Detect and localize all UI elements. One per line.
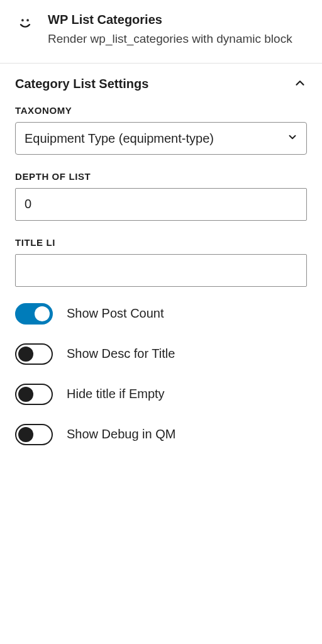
svg-point-0: [22, 19, 23, 20]
smiley-icon: [15, 14, 35, 34]
block-description: Render wp_list_categories with dynamic b…: [48, 31, 307, 48]
show-debug-in-qm-toggle[interactable]: [15, 424, 53, 445]
show-desc-for-title-row: Show Desc for Title: [15, 343, 307, 365]
show-desc-for-title-label: Show Desc for Title: [67, 347, 175, 361]
taxonomy-label: TAXONOMY: [15, 105, 307, 116]
hide-title-if-empty-toggle[interactable]: [15, 384, 53, 405]
taxonomy-select[interactable]: Equipment Type (equipment-type): [15, 122, 307, 155]
show-post-count-toggle[interactable]: [15, 303, 53, 325]
chevron-up-icon: [293, 76, 307, 92]
title-li-label: TITLE LI: [15, 237, 307, 248]
show-post-count-row: Show Post Count: [15, 303, 307, 325]
panel-toggle[interactable]: Category List Settings: [0, 64, 322, 105]
depth-input[interactable]: [15, 188, 307, 221]
show-desc-for-title-toggle[interactable]: [15, 343, 53, 365]
svg-point-1: [27, 19, 28, 20]
block-header: WP List Categories Render wp_list_catego…: [0, 0, 322, 64]
title-li-input[interactable]: [15, 254, 307, 287]
taxonomy-field: TAXONOMY Equipment Type (equipment-type): [15, 105, 307, 155]
panel-body: TAXONOMY Equipment Type (equipment-type)…: [0, 105, 322, 477]
title-li-field: TITLE LI: [15, 237, 307, 287]
hide-title-if-empty-label: Hide title if Empty: [67, 387, 165, 401]
depth-field: DEPTH OF LIST: [15, 171, 307, 221]
show-debug-in-qm-label: Show Debug in QM: [67, 427, 175, 441]
show-debug-in-qm-row: Show Debug in QM: [15, 424, 307, 445]
panel-title: Category List Settings: [15, 77, 148, 91]
block-title: WP List Categories: [48, 13, 307, 27]
hide-title-if-empty-row: Hide title if Empty: [15, 384, 307, 405]
show-post-count-label: Show Post Count: [67, 306, 164, 321]
depth-label: DEPTH OF LIST: [15, 171, 307, 182]
